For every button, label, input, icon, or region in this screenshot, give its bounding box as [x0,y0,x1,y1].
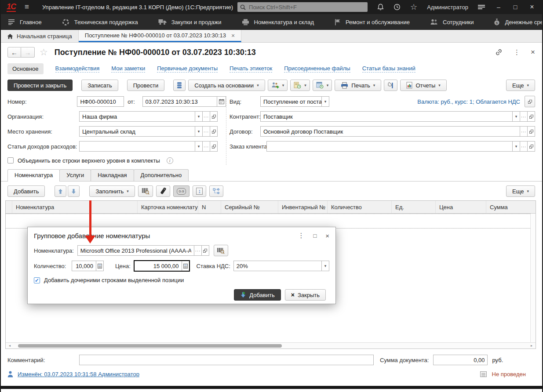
column-header[interactable]: Номенклатура [12,201,138,213]
horizontal-scrollbar[interactable]: ◂ ▸ [6,342,536,348]
tab-document[interactable]: Поступление № НФ00-000010 от 03.07.2023 … [79,30,241,42]
client-order-input[interactable] [267,143,512,150]
back-button[interactable]: ← [7,47,21,58]
tab-home[interactable]: Начальная страница [1,30,79,42]
navlink-attached-files[interactable]: Присоединенные файлы [284,65,350,73]
vat-rate-value[interactable]: 20% [234,263,251,269]
scrollbar-track[interactable] [14,343,528,348]
section-nomenclature-warehouse[interactable]: Номенклатура и склад [232,14,324,30]
modified-by-link[interactable]: Изменён: 03.07.2023 10:31:58 Администрат… [18,371,139,377]
scrollbar-thumb[interactable] [18,344,282,348]
favorites-star-icon[interactable]: ☆ [410,2,417,12]
contract-input[interactable] [261,128,520,135]
data-collection-terminal-button[interactable] [156,185,170,197]
section-purchases-sales[interactable]: Закупки и продажи [148,14,232,30]
move-row-down-button[interactable] [68,185,80,197]
tab-nomenclature[interactable]: Номенклатура [7,169,60,181]
dropdown-icon[interactable]: ▾ [513,141,520,152]
section-repair-service[interactable]: Ремонт и обслуживание [324,14,420,30]
minimize-button[interactable]: – [496,4,502,11]
barcode-scan-button[interactable] [214,245,228,256]
history-icon[interactable] [394,4,401,11]
choose-from-list-button[interactable]: ... [520,141,528,152]
main-menu-icon[interactable]: ≡ [25,3,29,11]
column-header[interactable]: Инвентарный № [278,201,328,213]
dropdown-icon[interactable]: ▾ [513,111,520,122]
dialog-close-button[interactable]: × Закрыть [285,289,326,301]
nomenclature-input[interactable] [78,247,194,254]
storage-input[interactable] [80,128,195,135]
open-item-icon[interactable] [210,141,218,152]
column-header[interactable]: N [198,201,221,213]
move-row-up-button[interactable] [55,185,66,197]
serial-numbers-counter-button[interactable]: 0-9 [173,185,190,197]
tab-additional[interactable]: Дополнительно [134,169,189,181]
scroll-left-icon[interactable]: ◂ [6,344,14,348]
create-planned-event-button[interactable]: ▾ [313,80,332,91]
organization-input[interactable] [80,113,195,120]
get-link-icon[interactable] [495,48,503,56]
document-sum-input[interactable] [434,357,487,363]
open-item-icon[interactable] [210,111,218,122]
notifications-bell-icon[interactable] [377,4,384,11]
column-header[interactable]: Ед. [392,201,436,213]
close-document-icon[interactable]: × [531,48,535,57]
print-button[interactable]: Печать ▾ [335,80,381,91]
add-row-button[interactable]: Добавить [7,185,45,197]
more-actions-icon[interactable]: ⋮ [514,48,520,56]
column-header[interactable]: Количество [328,201,392,213]
dialog-more-icon[interactable]: ⋮ [298,232,304,240]
add-as-children-checkbox[interactable]: ✓ [34,277,40,283]
open-item-icon[interactable] [528,126,535,137]
column-header[interactable]: Цена [436,201,486,213]
dropdown-icon[interactable]: ▾ [322,96,329,107]
quantity-input[interactable] [72,263,95,269]
barcode-search-button[interactable] [138,185,153,197]
open-item-icon[interactable] [202,245,209,256]
date-input[interactable] [143,98,217,105]
fill-button[interactable]: Заполнить ▾ [89,185,135,197]
open-item-icon[interactable] [528,141,535,152]
choose-from-list-button[interactable]: ... [520,111,528,122]
post-button[interactable]: Провести [127,80,165,91]
vertical-scrollbar[interactable] [530,214,536,342]
service-tools-button[interactable] [384,80,397,91]
kind-value[interactable]: Поступление от постав [261,98,321,105]
dropdown-icon[interactable]: ▾ [195,141,203,152]
create-interaction-button[interactable]: ▾ [268,80,288,91]
dialog-add-button[interactable]: Добавить [234,289,281,301]
search-input[interactable] [248,4,365,11]
navlink-my-notes[interactable]: Мои заметки [111,65,145,73]
currency-info-link[interactable]: Валюта: руб., курс: 1; Облагается НДС [417,98,520,105]
fit-rows-height-button[interactable]: ↕ [193,185,206,197]
column-header[interactable]: Серийный № [221,201,278,213]
section-employees[interactable]: Сотрудники [420,14,484,30]
dropdown-icon[interactable]: ▾ [195,111,203,122]
choose-from-list-button[interactable]: ... [203,141,210,152]
calculator-icon[interactable] [182,261,189,271]
create-task-button[interactable]: ▾ [290,80,310,91]
dropdown-icon[interactable]: ▾ [195,126,203,137]
favorite-star-icon[interactable]: ☆ [40,47,48,58]
number-input[interactable] [77,98,124,105]
close-window-button[interactable]: × [529,3,535,11]
choose-from-list-button[interactable]: ... [194,245,202,256]
dialog-maximize-icon[interactable]: □ [313,232,317,239]
section-main[interactable]: Главное [1,14,52,30]
navlink-primary-docs[interactable]: Первичные документы [157,65,218,73]
choose-from-list-button[interactable]: ... [203,111,210,122]
choose-from-list-button[interactable]: ... [520,126,528,137]
navlink-label-printing[interactable]: Печать этикеток [230,65,272,73]
contractor-input[interactable] [261,113,512,120]
navlink-interactions[interactable]: Взаимодействия [55,65,100,73]
info-icon[interactable]: i [167,157,173,164]
dialog-close-icon[interactable]: × [325,232,329,240]
calculator-icon[interactable] [96,261,104,271]
navlink-kb-articles[interactable]: Статьи базы знаний [362,65,415,73]
maximize-button[interactable]: □ [512,4,518,11]
expense-item-input[interactable] [80,143,195,150]
reports-button[interactable]: Отчеты ▾ [400,80,446,91]
open-currency-icon[interactable] [525,96,535,107]
post-and-close-button[interactable]: Провести и закрыть [7,80,73,91]
save-button[interactable]: Записать [81,80,118,91]
